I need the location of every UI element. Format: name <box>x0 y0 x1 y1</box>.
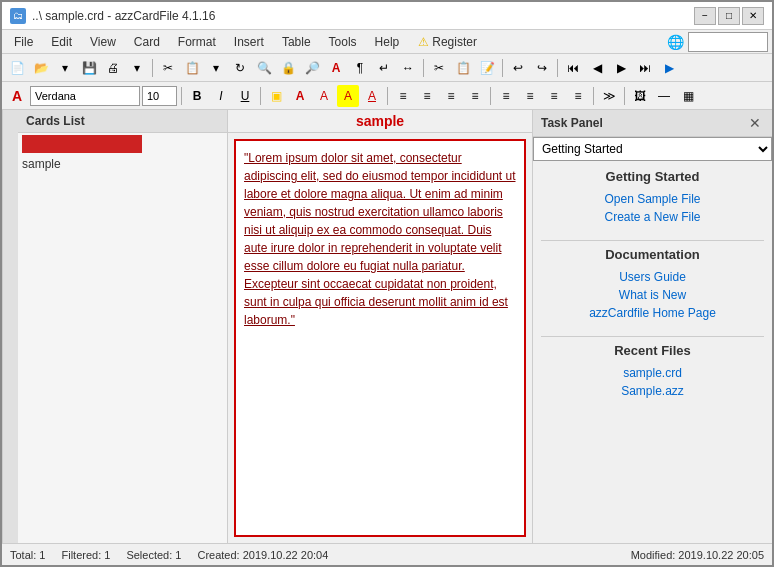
align-left[interactable]: ≡ <box>392 85 414 107</box>
homepage-link[interactable]: azzCardfile Home Page <box>541 304 764 322</box>
toolbar-prev[interactable]: ◀ <box>586 57 608 79</box>
toolbar-rotate[interactable]: ↻ <box>229 57 251 79</box>
status-total: Total: 1 <box>10 549 45 561</box>
open-sample-link[interactable]: Open Sample File <box>541 190 764 208</box>
table-btn[interactable]: ▦ <box>677 85 699 107</box>
app-icon: 🗂 <box>10 8 26 24</box>
toolbar-open[interactable]: 📂 <box>30 57 52 79</box>
bullets-btn[interactable]: ≡ <box>567 85 589 107</box>
format-sep2 <box>260 87 261 105</box>
toolbar-paste[interactable]: 📋 <box>181 57 203 79</box>
create-new-link[interactable]: Create a New File <box>541 208 764 226</box>
font-size[interactable] <box>142 86 177 106</box>
toolbar-play[interactable]: ▶ <box>658 57 680 79</box>
align-center[interactable]: ≡ <box>416 85 438 107</box>
toolbar-return[interactable]: ↵ <box>373 57 395 79</box>
task-section-recent-files: Recent Files sample.crd Sample.azz <box>541 343 764 400</box>
toolbar-search-input[interactable] <box>688 32 768 52</box>
menu-insert[interactable]: Insert <box>226 33 272 51</box>
font-color-hl2[interactable]: A <box>361 85 383 107</box>
toolbar-copy2[interactable]: 📋 <box>452 57 474 79</box>
toolbar-undo[interactable]: ↩ <box>507 57 529 79</box>
menu-register[interactable]: ⚠ Register <box>409 32 486 52</box>
toolbar-sep4 <box>557 59 558 77</box>
list-item-sample[interactable]: sample <box>18 155 227 173</box>
list-btn[interactable]: ≡ <box>543 85 565 107</box>
dash-btn[interactable]: — <box>653 85 675 107</box>
indent-increase[interactable]: ≡ <box>519 85 541 107</box>
font-color-highlight[interactable]: A <box>337 85 359 107</box>
underline-button[interactable]: U <box>234 85 256 107</box>
toolbar-arrows[interactable]: ↔ <box>397 57 419 79</box>
highlight-button[interactable]: ▣ <box>265 85 287 107</box>
status-created: Created: 2019.10.22 20:04 <box>197 549 328 561</box>
card-text-content[interactable]: "Lorem ipsum dolor sit amet, consectetur… <box>234 139 526 537</box>
task-section-documentation: Documentation Users Guide What is New az… <box>541 247 764 322</box>
toolbar-extra-btn1[interactable]: 🌐 <box>664 31 686 53</box>
menu-card[interactable]: Card <box>126 33 168 51</box>
more-btn[interactable]: ≫ <box>598 85 620 107</box>
toolbar-back[interactable]: ⏮ <box>562 57 584 79</box>
recent-files-title: Recent Files <box>541 343 764 358</box>
cards-panel-header: Cards List <box>18 110 227 133</box>
toolbar-print[interactable]: 🖨 <box>102 57 124 79</box>
toolbar-cut2[interactable]: ✂ <box>428 57 450 79</box>
list-item[interactable] <box>18 133 227 155</box>
toolbar-pilcrow[interactable]: ¶ <box>349 57 371 79</box>
format-toolbar: A B I U ▣ A A A A ≡ ≡ ≡ ≡ ≡ ≡ ≡ ≡ ≫ 🖼 — … <box>2 82 772 110</box>
getting-started-title: Getting Started <box>541 169 764 184</box>
task-panel-dropdown[interactable]: Getting Started Documentation Recent Fil… <box>533 137 772 161</box>
recent-file-2[interactable]: Sample.azz <box>541 382 764 400</box>
card-body-text: "Lorem ipsum dolor sit amet, consectetur… <box>244 151 516 327</box>
menu-help[interactable]: Help <box>367 33 408 51</box>
menu-table[interactable]: Table <box>274 33 319 51</box>
menu-tools[interactable]: Tools <box>321 33 365 51</box>
indent-decrease[interactable]: ≡ <box>495 85 517 107</box>
close-button[interactable]: ✕ <box>742 7 764 25</box>
warning-icon: ⚠ <box>418 35 429 49</box>
cards-panel: Cards List sample <box>18 110 228 543</box>
recent-file-1[interactable]: sample.crd <box>541 364 764 382</box>
menu-view[interactable]: View <box>82 33 124 51</box>
menu-file[interactable]: File <box>6 33 41 51</box>
toolbar-end[interactable]: ⏭ <box>634 57 656 79</box>
maximize-button[interactable]: □ <box>718 7 740 25</box>
toolbar-new[interactable]: 📄 <box>6 57 28 79</box>
bold-button[interactable]: B <box>186 85 208 107</box>
toolbar-undo-paste[interactable]: ▾ <box>205 57 227 79</box>
toolbar-redo[interactable]: ↪ <box>531 57 553 79</box>
italic-button[interactable]: I <box>210 85 232 107</box>
toolbar-arrow[interactable]: ▾ <box>54 57 76 79</box>
font-color-btn[interactable]: A <box>289 85 311 107</box>
align-right[interactable]: ≡ <box>440 85 462 107</box>
users-guide-link[interactable]: Users Guide <box>541 268 764 286</box>
documentation-title: Documentation <box>541 247 764 262</box>
status-filtered: Filtered: 1 <box>61 549 110 561</box>
font-selector[interactable] <box>30 86 140 106</box>
task-panel-body: Getting Started Open Sample File Create … <box>533 161 772 543</box>
status-selected: Selected: 1 <box>126 549 181 561</box>
status-bar: Total: 1 Filtered: 1 Selected: 1 Created… <box>2 543 772 565</box>
toolbar-save[interactable]: 💾 <box>78 57 100 79</box>
toolbar-print2[interactable]: ▾ <box>126 57 148 79</box>
toolbar-paste2[interactable]: 📝 <box>476 57 498 79</box>
what-is-new-link[interactable]: What is New <box>541 286 764 304</box>
main-content: Cards List sample sample "Lorem ipsum do… <box>2 110 772 543</box>
toolbar-sep2 <box>423 59 424 77</box>
toolbar-search[interactable]: 🔍 <box>253 57 275 79</box>
toolbar-magnify[interactable]: 🔎 <box>301 57 323 79</box>
image-btn[interactable]: 🖼 <box>629 85 651 107</box>
task-panel-close-button[interactable]: ✕ <box>746 114 764 132</box>
menu-edit[interactable]: Edit <box>43 33 80 51</box>
card-color-indicator <box>22 135 142 153</box>
format-sep6 <box>624 87 625 105</box>
task-panel-header: Task Panel ✕ <box>533 110 772 137</box>
font-color-btn2[interactable]: A <box>313 85 335 107</box>
menu-format[interactable]: Format <box>170 33 224 51</box>
toolbar-next[interactable]: ▶ <box>610 57 632 79</box>
toolbar-scissors[interactable]: ✂ <box>157 57 179 79</box>
minimize-button[interactable]: − <box>694 7 716 25</box>
align-justify[interactable]: ≡ <box>464 85 486 107</box>
toolbar-lock[interactable]: 🔒 <box>277 57 299 79</box>
toolbar-font-color[interactable]: A <box>325 57 347 79</box>
